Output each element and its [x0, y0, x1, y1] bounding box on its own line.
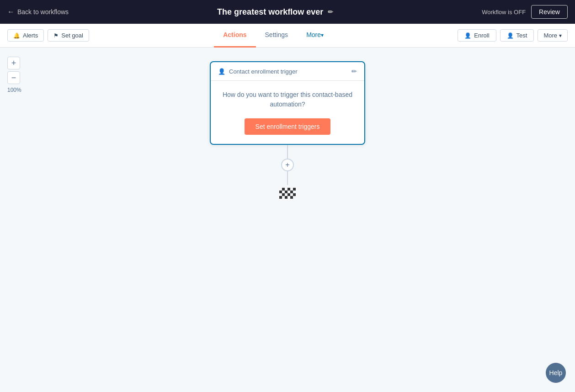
more-dropdown-label: More	[543, 32, 557, 39]
set-goal-button[interactable]: Set goal	[48, 29, 89, 42]
help-button[interactable]: Help	[546, 363, 566, 383]
secondary-bar-right: Enroll Test More	[458, 29, 568, 42]
test-user-icon	[507, 32, 514, 39]
more-dropdown-button[interactable]: More	[538, 29, 568, 42]
edit-title-icon[interactable]: ✏	[328, 8, 333, 16]
back-label: Back to workflows	[17, 8, 69, 16]
end-flag	[279, 188, 296, 199]
zoom-in-button[interactable]: +	[7, 57, 20, 69]
workflow-title: The greatest workflow ever	[217, 7, 323, 17]
workflow-canvas: + − 100% 👤 Contact enrollment trigger ✏ …	[0, 48, 575, 392]
back-arrow-icon	[7, 8, 15, 16]
alerts-button[interactable]: Alerts	[7, 29, 44, 42]
tab-actions-label: Actions	[223, 31, 246, 38]
set-enrollment-triggers-button[interactable]: Set enrollment triggers	[245, 118, 331, 135]
zoom-level-label: 100%	[7, 87, 21, 93]
tab-more[interactable]: More	[297, 24, 333, 48]
flag-icon	[53, 32, 59, 39]
workflow-title-area: The greatest workflow ever ✏	[217, 7, 333, 17]
secondary-bar: Alerts Set goal Actions Settings More En…	[0, 24, 575, 48]
test-button[interactable]: Test	[500, 29, 534, 42]
trigger-card-header-left: 👤 Contact enrollment trigger	[218, 68, 298, 75]
tab-settings[interactable]: Settings	[256, 24, 298, 48]
trigger-card: 👤 Contact enrollment trigger ✏ How do yo…	[210, 61, 365, 145]
tab-more-label: More	[306, 31, 321, 38]
alerts-label: Alerts	[23, 32, 38, 39]
more-dropdown-caret-icon	[559, 32, 562, 39]
top-bar: Back to workflows The greatest workflow …	[0, 0, 575, 24]
add-step-button[interactable]: +	[281, 159, 294, 171]
workflow-status-label: Workflow is OFF	[482, 9, 526, 16]
trigger-card-body-text: How do you want to trigger this contact-…	[222, 90, 353, 109]
test-label: Test	[516, 32, 527, 39]
trigger-card-edit-icon[interactable]: ✏	[351, 68, 357, 75]
tab-more-caret-icon	[321, 31, 324, 38]
secondary-bar-left: Alerts Set goal	[7, 29, 89, 42]
top-bar-right: Workflow is OFF Review	[482, 5, 568, 19]
bell-icon	[13, 32, 20, 39]
enroll-label: Enroll	[474, 32, 489, 39]
back-to-workflows-link[interactable]: Back to workflows	[7, 8, 69, 16]
tab-actions[interactable]: Actions	[214, 24, 256, 48]
enroll-user-icon	[464, 32, 471, 39]
connector-line	[287, 145, 288, 159]
zoom-out-button[interactable]: −	[7, 71, 20, 84]
connector-line-2	[287, 171, 288, 185]
zoom-controls: + − 100%	[7, 57, 21, 93]
trigger-card-body: How do you want to trigger this contact-…	[211, 81, 364, 144]
tab-settings-label: Settings	[265, 31, 288, 38]
tabs-container: Actions Settings More	[214, 24, 333, 48]
set-goal-label: Set goal	[61, 32, 83, 39]
trigger-card-title: Contact enrollment trigger	[229, 68, 298, 75]
person-icon: 👤	[218, 68, 225, 75]
canvas-content: 👤 Contact enrollment trigger ✏ How do yo…	[0, 48, 575, 199]
review-button[interactable]: Review	[531, 5, 568, 19]
checkered-flag-icon	[279, 188, 296, 199]
enroll-button[interactable]: Enroll	[458, 29, 496, 42]
trigger-card-header: 👤 Contact enrollment trigger ✏	[211, 62, 364, 81]
